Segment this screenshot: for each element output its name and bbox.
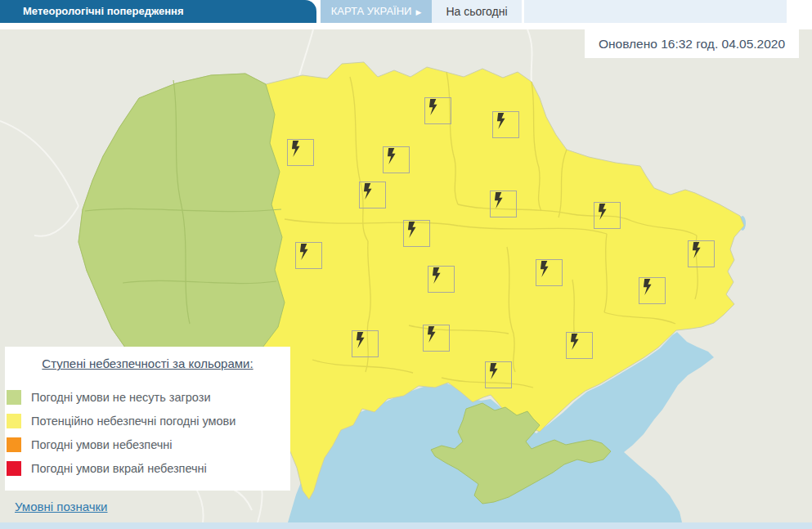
symbols-link[interactable]: Умовні позначки (15, 500, 108, 513)
legend-item-label: Погодні умови небезпечні (31, 438, 173, 451)
lightning-bolt-icon (689, 241, 704, 259)
thunderstorm-icon[interactable] (359, 182, 386, 208)
yellow-swatch (7, 414, 21, 428)
legend-item-no-threat: Погодні умови не несуть загрози (5, 385, 290, 409)
red-swatch (7, 461, 21, 476)
legend-title: Ступені небезпечності за кольорами: (5, 356, 290, 370)
lightning-bolt-icon (425, 98, 441, 116)
lightning-bolt-icon (594, 203, 610, 221)
thunderstorm-icon[interactable] (428, 266, 455, 293)
updated-timestamp-label: Оновлено 16:32 год. 04.05.2020 (599, 37, 785, 51)
thunderstorm-icon[interactable] (566, 332, 593, 359)
thunderstorm-icon[interactable] (485, 361, 512, 388)
tab-meteorological-warnings-label: Метеорологічні попередження (23, 5, 184, 17)
legend-item-potentially-dangerous: Потенційно небезпечні погодні умови (5, 409, 290, 433)
thunderstorm-icon[interactable] (403, 220, 430, 247)
thunderstorm-icon[interactable] (490, 191, 517, 217)
legend-item-label: Потенційно небезпечні погодні умови (31, 415, 236, 428)
lightning-bolt-icon (491, 191, 506, 209)
lightning-bolt-icon (428, 267, 444, 285)
lightning-bolt-icon (536, 260, 552, 278)
map-area: Оновлено 16:32 год. 04.05.2020 Ступені н… (0, 29, 812, 522)
thunderstorm-icon[interactable] (639, 277, 666, 304)
thunderstorm-icon[interactable] (383, 146, 410, 173)
tab-map-of-ukraine[interactable]: КАРТА УКРАЇНИ▶ (321, 0, 432, 23)
tab-for-today-label: На сьогодні (446, 5, 507, 18)
thunderstorm-icon[interactable] (492, 111, 519, 138)
lightning-bolt-icon (567, 333, 582, 351)
thunderstorm-icon[interactable] (352, 330, 379, 357)
lightning-bolt-icon (424, 325, 439, 343)
top-nav: Метеорологічні попередження КАРТА УКРАЇН… (0, 0, 812, 23)
legend-item-extremely-dangerous: Погодні умови вкрай небезпечні (5, 456, 290, 480)
lightning-bolt-icon (360, 182, 375, 200)
green-swatch (7, 390, 21, 405)
lightning-bolt-icon (639, 278, 655, 296)
lightning-bolt-icon (404, 221, 419, 239)
thunderstorm-icon[interactable] (423, 325, 450, 352)
thunderstorm-icon[interactable] (688, 240, 715, 267)
lightning-bolt-icon (352, 331, 368, 349)
orange-swatch (7, 437, 21, 452)
updated-timestamp: Оновлено 16:32 год. 04.05.2020 (585, 29, 799, 58)
bottom-border (0, 522, 812, 529)
nav-filler-bar (524, 0, 787, 23)
legend-panel: Ступені небезпечності за кольорами: Пого… (5, 347, 290, 491)
tab-for-today[interactable]: На сьогодні (432, 0, 522, 23)
legend-item-label: Погодні умови не несуть загрози (31, 391, 210, 404)
legend-item-dangerous: Погодні умови небезпечні (5, 433, 290, 456)
thunderstorm-icon[interactable] (295, 242, 322, 269)
thunderstorm-icon[interactable] (424, 97, 451, 124)
tab-map-of-ukraine-label: КАРТА УКРАЇНИ (331, 5, 412, 17)
legend-item-label: Погодні умови вкрай небезпечні (31, 462, 207, 475)
tab-meteorological-warnings[interactable]: Метеорологічні попередження (0, 0, 316, 23)
triangle-right-icon: ▶ (415, 8, 421, 16)
lightning-bolt-icon (493, 112, 509, 130)
lightning-bolt-icon (288, 140, 303, 158)
thunderstorm-icon[interactable] (594, 202, 621, 229)
thunderstorm-icon[interactable] (287, 139, 314, 166)
thunderstorm-icon[interactable] (536, 259, 563, 286)
lightning-bolt-icon (384, 147, 399, 165)
lightning-bolt-icon (296, 243, 312, 261)
lightning-bolt-icon (486, 362, 501, 380)
legend-rows: Погодні умови не несуть загрози Потенцій… (5, 385, 290, 480)
